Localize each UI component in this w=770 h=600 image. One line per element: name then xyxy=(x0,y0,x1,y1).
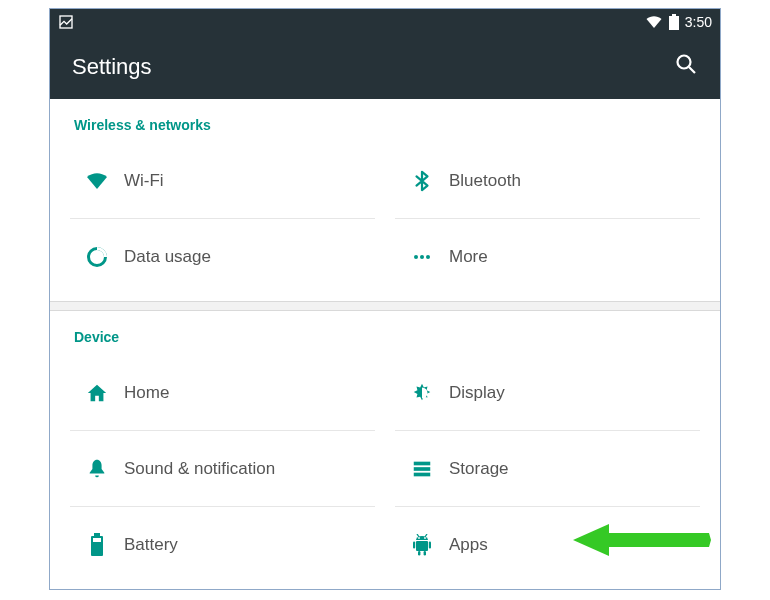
item-home[interactable]: Home xyxy=(70,355,375,431)
device-frame: 3:50 Settings Wireless & networks Wi-Fi … xyxy=(49,8,721,590)
item-label: More xyxy=(449,247,488,267)
item-apps[interactable]: Apps xyxy=(395,507,700,583)
data-usage-icon xyxy=(70,245,124,269)
wifi-status-icon xyxy=(645,13,663,31)
status-time: 3:50 xyxy=(685,14,712,30)
svg-rect-20 xyxy=(413,542,415,549)
svg-rect-19 xyxy=(416,541,428,551)
svg-rect-11 xyxy=(414,472,431,476)
item-wifi[interactable]: Wi-Fi xyxy=(70,143,375,219)
item-label: Sound & notification xyxy=(124,459,275,479)
battery-icon xyxy=(70,533,124,557)
svg-rect-22 xyxy=(418,551,420,556)
svg-rect-13 xyxy=(94,533,100,536)
svg-line-17 xyxy=(417,534,419,537)
svg-rect-14 xyxy=(93,538,101,542)
item-sound[interactable]: Sound & notification xyxy=(70,431,375,507)
section-divider xyxy=(50,301,720,311)
svg-rect-10 xyxy=(414,467,431,471)
svg-line-4 xyxy=(689,67,695,73)
display-icon xyxy=(395,382,449,404)
section-header-device: Device xyxy=(50,311,720,355)
item-battery[interactable]: Battery xyxy=(70,507,375,583)
wireless-grid: Wi-Fi Bluetooth Data usage xyxy=(50,143,720,301)
item-storage[interactable]: Storage xyxy=(395,431,700,507)
android-icon xyxy=(395,534,449,556)
search-icon[interactable] xyxy=(674,52,698,82)
section-header-wireless: Wireless & networks xyxy=(50,99,720,143)
item-label: Bluetooth xyxy=(449,171,521,191)
svg-rect-21 xyxy=(429,542,431,549)
item-label: Battery xyxy=(124,535,178,555)
svg-rect-9 xyxy=(414,461,431,465)
item-display[interactable]: Display xyxy=(395,355,700,431)
item-more[interactable]: More xyxy=(395,219,700,295)
bell-icon xyxy=(70,458,124,480)
item-label: Home xyxy=(124,383,169,403)
wifi-icon xyxy=(70,169,124,193)
svg-point-7 xyxy=(420,255,424,259)
device-grid: Home Display Sound & notification xyxy=(50,355,720,589)
svg-rect-23 xyxy=(424,551,426,556)
app-bar: Settings xyxy=(50,35,720,99)
item-label: Data usage xyxy=(124,247,211,267)
page-title: Settings xyxy=(72,54,152,80)
svg-line-18 xyxy=(425,534,427,537)
svg-point-8 xyxy=(426,255,430,259)
storage-icon xyxy=(395,458,449,480)
svg-rect-0 xyxy=(60,16,72,28)
bluetooth-icon xyxy=(395,170,449,192)
item-label: Storage xyxy=(449,459,509,479)
svg-point-6 xyxy=(414,255,418,259)
svg-rect-1 xyxy=(669,16,679,30)
svg-point-15 xyxy=(418,537,420,539)
item-data-usage[interactable]: Data usage xyxy=(70,219,375,295)
svg-point-3 xyxy=(678,56,691,69)
item-label: Apps xyxy=(449,535,488,555)
image-frame-icon xyxy=(58,14,74,30)
item-label: Display xyxy=(449,383,505,403)
home-icon xyxy=(70,382,124,404)
more-icon xyxy=(395,245,449,269)
item-bluetooth[interactable]: Bluetooth xyxy=(395,143,700,219)
battery-status-icon xyxy=(669,14,679,30)
item-label: Wi-Fi xyxy=(124,171,164,191)
svg-point-16 xyxy=(424,537,426,539)
status-bar: 3:50 xyxy=(50,9,720,35)
svg-rect-2 xyxy=(672,14,676,16)
